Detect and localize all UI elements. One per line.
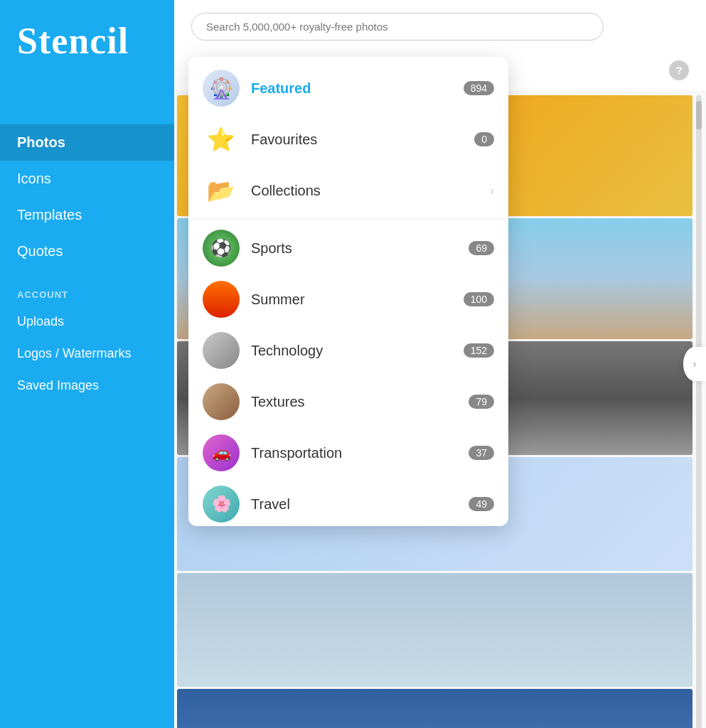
summer-icon [203,281,240,318]
dropdown-item-textures[interactable]: Textures 79 [188,376,508,427]
app-logo: Stencil [0,0,174,82]
transportation-icon: 🚗 [203,434,240,471]
dropdown-list: 🎡 Featured 894 ⭐ Favourites 0 📂 Collecti… [188,57,508,526]
dropdown-item-transportation[interactable]: 🚗 Transportation 37 [188,427,508,478]
collections-label: Collections [251,183,478,199]
textures-icon [203,383,240,420]
sidebar-item-icons[interactable]: Icons [0,161,174,197]
textures-badge: 79 [469,395,494,409]
dropdown-item-featured[interactable]: 🎡 Featured 894 [188,63,508,114]
dropdown-item-technology[interactable]: Technology 152 [188,325,508,376]
sidebar-item-quotes[interactable]: Quotes [0,233,174,269]
help-icon[interactable]: ? [669,60,689,80]
dropdown-item-sports[interactable]: ⚽ Sports 69 [188,223,508,274]
sports-icon: ⚽ [203,230,240,267]
sidebar-item-logos-watermarks[interactable]: Logos / Watermarks [0,338,174,370]
textures-label: Textures [251,394,451,410]
featured-label: Featured [251,80,446,97]
summer-badge: 100 [464,292,494,306]
sidebar-item-saved-images[interactable]: Saved Images [0,370,174,402]
travel-label: Travel [251,496,451,513]
summer-label: Summer [251,291,446,308]
transportation-badge: 37 [469,446,494,460]
sidebar: Stencil Photos Icons Templates Quotes AC… [0,0,174,728]
search-input[interactable] [191,13,604,41]
collections-icon: 📂 [203,172,240,209]
sidebar-item-templates[interactable]: Templates [0,197,174,233]
app-name: Stencil [17,21,129,61]
collections-arrow-icon: › [490,183,494,198]
sports-badge: 69 [469,241,494,255]
technology-label: Technology [251,343,446,359]
dropdown-item-collections[interactable]: 📂 Collections › [188,165,508,216]
favourites-icon: ⭐ [203,121,240,158]
featured-icon: 🎡 [203,70,240,107]
favourites-label: Favourites [251,132,457,148]
dropdown-item-travel[interactable]: 🌸 Travel 49 [188,478,508,526]
transportation-label: Transportation [251,445,451,461]
technology-icon [203,332,240,369]
account-section-label: ACCOUNT [0,269,174,306]
search-bar-wrap [191,13,689,50]
right-panel-arrow[interactable]: › [683,347,706,381]
sidebar-nav: Photos Icons Templates Quotes [0,124,174,269]
sidebar-item-photos[interactable]: Photos [0,124,174,161]
dropdown-item-summer[interactable]: Summer 100 [188,274,508,325]
travel-icon: 🌸 [203,486,240,523]
sports-label: Sports [251,240,451,257]
favourites-badge: 0 [474,132,494,146]
category-dropdown: 🎡 Featured 894 ⭐ Favourites 0 📂 Collecti… [188,57,508,526]
travel-badge: 49 [469,497,494,511]
featured-badge: 894 [464,81,494,95]
main-content: Featured Photos ∨ ? [174,0,706,728]
dropdown-item-favourites[interactable]: ⭐ Favourites 0 [188,114,508,165]
divider [188,219,508,220]
chevron-right-icon: › [692,358,696,370]
sidebar-item-uploads[interactable]: Uploads [0,306,174,338]
technology-badge: 152 [464,343,494,358]
